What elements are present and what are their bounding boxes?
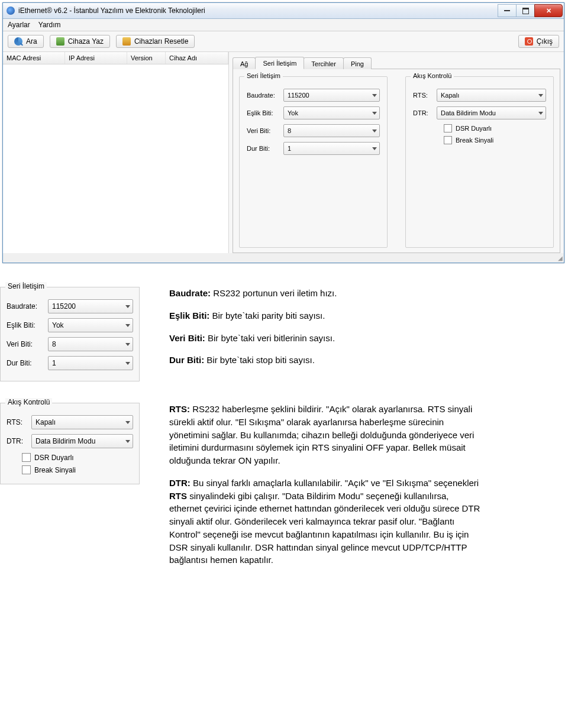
- doc-serial-title: Seri İletişim: [5, 282, 47, 290]
- device-table-header: MAC Adresi IP Adresi Version Cihaz Adı: [3, 52, 228, 64]
- chevron-down-icon: [125, 440, 130, 443]
- maximize-button[interactable]: [516, 4, 535, 17]
- search-button[interactable]: Ara: [8, 35, 44, 48]
- chevron-down-icon: [372, 130, 377, 132]
- doc-stop-value: 1: [52, 359, 56, 367]
- doc-break-label: Break Sinyali: [34, 466, 76, 474]
- doc-dtr-label: DTR:: [7, 437, 31, 445]
- doc-rts-desc: RS232 haberleşme şeklini bildirir. "Açık…: [169, 404, 474, 465]
- dsr-checkbox[interactable]: [444, 124, 452, 132]
- reset-devices-label: Cihazları Resetle: [134, 37, 188, 46]
- break-checkbox[interactable]: [444, 136, 452, 144]
- doc-baud-combo: 115200: [48, 299, 133, 313]
- app-window: iEthernet® v6.2 - İstanbul Yazılım ve El…: [2, 2, 564, 263]
- doc-serial-text: Baudrate: RS232 portunun veri iletim hız…: [169, 287, 483, 376]
- chevron-down-icon: [125, 305, 130, 308]
- config-panel: Ağ Seri İletişim Tercihler Ping Seri İle…: [229, 52, 564, 253]
- doc-stop-combo: 1: [48, 356, 133, 370]
- tab-network[interactable]: Ağ: [233, 57, 256, 69]
- dsr-checkbox-label: DSR Duyarlı: [456, 125, 492, 132]
- rts-value: Kapalı: [441, 92, 459, 99]
- doc-break-checkbox: [22, 465, 31, 474]
- tabstrip: Ağ Seri İletişim Tercihler Ping: [233, 54, 560, 69]
- write-device-label: Cihaza Yaz: [68, 37, 104, 46]
- baudrate-label: Baudrate:: [247, 92, 283, 99]
- rts-combo[interactable]: Kapalı: [437, 89, 546, 102]
- doc-parity-b: Eşlik Biti:: [169, 310, 212, 321]
- doc-parity-label: Eşlik Biti:: [7, 321, 48, 329]
- baudrate-combo[interactable]: 115200: [283, 89, 380, 102]
- doc-rts-label: RTS:: [7, 418, 31, 426]
- tab-serial[interactable]: Seri İletişim: [255, 57, 304, 69]
- parity-value: Yok: [288, 109, 298, 117]
- group-serial-title: Seri İletişim: [244, 72, 283, 79]
- toolbar: Ara Cihaza Yaz Cihazları Resetle Çıkış: [3, 31, 564, 52]
- write-device-button[interactable]: Cihaza Yaz: [50, 35, 110, 48]
- col-name[interactable]: Cihaz Adı: [166, 52, 228, 64]
- chevron-down-icon: [538, 112, 543, 115]
- rts-label: RTS:: [413, 92, 437, 99]
- chevron-down-icon: [372, 147, 377, 150]
- chevron-down-icon: [125, 362, 130, 365]
- doc-parity-combo: Yok: [48, 318, 133, 332]
- doc-baud-value: 115200: [52, 302, 76, 310]
- stopbits-combo[interactable]: 1: [283, 142, 380, 155]
- doc-baud-desc: RS232 portunun veri iletim hızı.: [213, 288, 337, 298]
- doc-baud-b: Baudrate:: [169, 288, 213, 298]
- group-flow-title: Akış Kontrolü: [411, 72, 454, 79]
- doc-dtr-desc2: sinyalindeki gibi çalışır. "Data Bildiri…: [169, 491, 480, 565]
- doc-flow-title: Akış Kontrolü: [5, 398, 52, 406]
- reset-icon: [122, 37, 131, 46]
- col-mac[interactable]: MAC Adresi: [3, 52, 65, 64]
- doc-rts-b: RTS:: [169, 404, 192, 414]
- chevron-down-icon: [125, 421, 130, 424]
- menu-help[interactable]: Yardım: [38, 21, 61, 29]
- tab-prefs[interactable]: Tercihler: [304, 57, 344, 69]
- exit-button[interactable]: Çıkış: [518, 35, 559, 48]
- doc-parity-desc: Bir byte`taki parity biti sayısı.: [212, 310, 325, 321]
- stopbits-label: Dur Biti:: [247, 145, 283, 152]
- break-checkbox-label: Break Sinyali: [456, 137, 493, 144]
- doc-data-value: 8: [52, 340, 56, 348]
- parity-label: Eşlik Biti:: [247, 109, 283, 117]
- dtr-combo[interactable]: Data Bildirim Modu: [437, 106, 546, 119]
- close-button[interactable]: ✕: [534, 4, 563, 17]
- chevron-down-icon: [538, 94, 543, 97]
- doc-dtr-desc1: Bu sinyal farklı amaçlarla kullanılabili…: [193, 478, 479, 488]
- reset-devices-button[interactable]: Cihazları Resetle: [116, 35, 195, 48]
- databits-combo[interactable]: 8: [283, 124, 380, 137]
- resize-grip[interactable]: ◢: [3, 253, 564, 263]
- dtr-label: DTR:: [413, 109, 437, 117]
- write-icon: [56, 37, 64, 46]
- search-icon: [14, 37, 22, 46]
- doc-rts-combo: Kapalı: [31, 415, 133, 429]
- doc-serial-groupbox: Seri İletişim Baudrate: 115200 Eşlik Bit…: [0, 287, 140, 381]
- doc-databits-desc: Bir byte`taki veri bitlerinin sayısı.: [208, 333, 335, 343]
- dtr-value: Data Bildirim Modu: [441, 109, 496, 117]
- menubar: Ayarlar Yardım: [3, 19, 564, 31]
- minimize-button[interactable]: [498, 4, 517, 17]
- doc-dtr-value: Data Bildirim Modu: [36, 437, 95, 445]
- chevron-down-icon: [372, 112, 377, 115]
- search-button-label: Ara: [26, 37, 37, 46]
- tab-ping[interactable]: Ping: [343, 57, 372, 69]
- workarea: MAC Adresi IP Adresi Version Cihaz Adı A…: [3, 52, 564, 253]
- col-ip[interactable]: IP Adresi: [65, 52, 127, 64]
- device-table-body[interactable]: [3, 64, 228, 248]
- doc-stop-label: Dur Biti:: [7, 359, 48, 367]
- group-serial: Seri İletişim Baudrate: 115200 Eşlik Bit…: [239, 76, 388, 248]
- col-version[interactable]: Version: [127, 52, 166, 64]
- exit-button-label: Çıkış: [537, 37, 553, 46]
- doc-stopbits-b: Dur Biti:: [169, 355, 206, 365]
- baudrate-value: 115200: [288, 92, 309, 99]
- doc-rts-value: Kapalı: [36, 418, 56, 426]
- device-table: MAC Adresi IP Adresi Version Cihaz Adı: [3, 52, 229, 253]
- doc-stopbits-desc: Bir byte`taki stop biti sayısı.: [206, 355, 315, 365]
- parity-combo[interactable]: Yok: [283, 106, 380, 119]
- chevron-down-icon: [125, 324, 130, 327]
- titlebar: iEthernet® v6.2 - İstanbul Yazılım ve El…: [3, 3, 564, 19]
- doc-dtr-b: DTR:: [169, 478, 193, 488]
- chevron-down-icon: [372, 94, 377, 97]
- menu-settings[interactable]: Ayarlar: [8, 21, 30, 29]
- doc-dtr-inner-b: RTS: [169, 491, 189, 501]
